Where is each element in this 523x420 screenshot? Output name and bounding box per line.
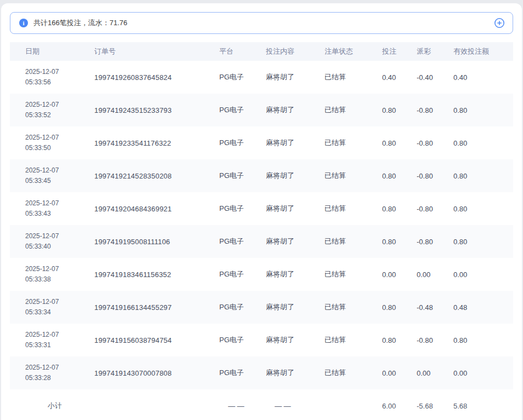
cell-order-number: 1997419233541176322 bbox=[94, 139, 219, 147]
cell-payout: -0.80 bbox=[417, 172, 453, 180]
cell-date: 2025-12-07 05:33:38 bbox=[25, 264, 94, 285]
cell-platform: PG电子 bbox=[219, 72, 266, 82]
col-header-platform: 平台 bbox=[219, 47, 266, 56]
col-header-bet: 投注 bbox=[382, 47, 417, 56]
table-body: 2025-12-07 05:33:56 1997419260837645824 … bbox=[10, 61, 513, 389]
cell-payout: -0.40 bbox=[417, 73, 453, 82]
cell-status: 已结算 bbox=[325, 269, 382, 279]
cell-status: 已结算 bbox=[325, 237, 382, 246]
summary-text: 共计166笔投注，流水：71.76 bbox=[33, 18, 494, 28]
cell-date: 2025-12-07 05:33:45 bbox=[25, 165, 94, 186]
cell-date: 2025-12-07 05:33:34 bbox=[25, 297, 94, 318]
subtotal-content-dash: — — bbox=[266, 402, 325, 410]
summary-banner: i 共计166笔投注，流水：71.76 bbox=[10, 12, 513, 34]
cell-valid-bet: 0.80 bbox=[453, 106, 508, 114]
table-footer: 小计 — — — — 6.00 -5.68 5.68 bbox=[10, 389, 513, 420]
cell-payout: -0.48 bbox=[417, 303, 453, 312]
content-panel: i 共计166笔投注，流水：71.76 日期 订单号 平台 投注内容 注单状态 … bbox=[1, 3, 522, 420]
cell-bet: 0.80 bbox=[382, 139, 417, 147]
cell-status: 已结算 bbox=[325, 171, 382, 181]
cell-valid-bet: 0.40 bbox=[453, 73, 508, 82]
cell-payout: 0.00 bbox=[417, 369, 453, 377]
cell-valid-bet: 0.80 bbox=[453, 238, 508, 246]
col-header-valid: 有效投注额 bbox=[453, 47, 508, 56]
table-row: 2025-12-07 05:33:50 1997419233541176322 … bbox=[10, 126, 513, 159]
table-row: 2025-12-07 05:33:38 1997419183461156352 … bbox=[10, 258, 513, 291]
cell-date: 2025-12-07 05:33:28 bbox=[25, 363, 94, 383]
circle-plus-icon[interactable] bbox=[494, 18, 505, 28]
cell-bet: 0.80 bbox=[382, 205, 417, 213]
table-row: 2025-12-07 05:33:34 1997419166134455297 … bbox=[10, 291, 513, 324]
cell-bet: 0.80 bbox=[382, 336, 417, 344]
cell-platform: PG电子 bbox=[219, 105, 266, 115]
cell-bet: 0.00 bbox=[382, 369, 417, 377]
cell-bet: 0.80 bbox=[382, 172, 417, 180]
col-header-content: 投注内容 bbox=[266, 47, 325, 56]
cell-status: 已结算 bbox=[325, 368, 382, 378]
cell-platform: PG电子 bbox=[219, 237, 266, 246]
cell-bet: 0.80 bbox=[382, 238, 417, 246]
cell-valid-bet: 0.00 bbox=[453, 271, 508, 279]
cell-valid-bet: 0.00 bbox=[453, 369, 508, 377]
cell-payout: 0.00 bbox=[417, 271, 453, 279]
cell-status: 已结算 bbox=[325, 138, 382, 148]
cell-platform: PG电子 bbox=[219, 204, 266, 214]
cell-bet: 0.40 bbox=[382, 73, 417, 82]
cell-valid-bet: 0.80 bbox=[453, 139, 508, 147]
cell-status: 已结算 bbox=[325, 204, 382, 214]
cell-bet: 0.00 bbox=[382, 271, 417, 279]
cell-payout: -0.80 bbox=[417, 106, 453, 114]
cell-order-number: 1997419243515233793 bbox=[94, 106, 219, 114]
col-header-payout: 派彩 bbox=[417, 47, 453, 56]
table-row: 2025-12-07 05:33:56 1997419260837645824 … bbox=[10, 61, 513, 94]
col-header-order: 订单号 bbox=[94, 47, 219, 56]
cell-order-number: 1997419214528350208 bbox=[94, 172, 219, 180]
cell-bet: 0.80 bbox=[382, 106, 417, 114]
cell-payout: -0.80 bbox=[417, 205, 453, 213]
info-icon: i bbox=[19, 19, 28, 27]
cell-order-number: 1997419195008111106 bbox=[94, 238, 219, 246]
cell-payout: -0.80 bbox=[417, 336, 453, 344]
cell-status: 已结算 bbox=[325, 335, 382, 345]
col-header-date: 日期 bbox=[25, 47, 94, 56]
cell-content: 麻将胡了 bbox=[266, 105, 325, 115]
cell-platform: PG电子 bbox=[219, 171, 266, 181]
cell-content: 麻将胡了 bbox=[266, 204, 325, 214]
bets-table: 日期 订单号 平台 投注内容 注单状态 投注 派彩 有效投注额 2025-12-… bbox=[10, 42, 513, 420]
subtotal-payout: -5.68 bbox=[417, 402, 453, 410]
cell-order-number: 1997419143070007808 bbox=[94, 369, 219, 377]
table-row: 2025-12-07 05:33:28 1997419143070007808 … bbox=[10, 356, 513, 389]
cell-date: 2025-12-07 05:33:31 bbox=[25, 330, 94, 350]
cell-platform: PG电子 bbox=[219, 138, 266, 148]
cell-platform: PG电子 bbox=[219, 368, 266, 378]
cell-valid-bet: 0.80 bbox=[453, 336, 508, 344]
cell-content: 麻将胡了 bbox=[266, 269, 325, 279]
cell-content: 麻将胡了 bbox=[266, 138, 325, 148]
cell-date: 2025-12-07 05:33:40 bbox=[25, 231, 94, 252]
cell-content: 麻将胡了 bbox=[266, 72, 325, 82]
table-row: 2025-12-07 05:33:43 1997419204684369921 … bbox=[10, 192, 513, 225]
cell-date: 2025-12-07 05:33:52 bbox=[25, 100, 94, 120]
table-header-row: 日期 订单号 平台 投注内容 注单状态 投注 派彩 有效投注额 bbox=[10, 42, 513, 61]
cell-content: 麻将胡了 bbox=[266, 302, 325, 312]
col-header-status: 注单状态 bbox=[325, 47, 382, 56]
cell-order-number: 1997419183461156352 bbox=[94, 271, 219, 279]
cell-order-number: 1997419166134455297 bbox=[94, 303, 219, 312]
subtotal-bet: 6.00 bbox=[382, 402, 417, 410]
cell-content: 麻将胡了 bbox=[266, 237, 325, 246]
cell-platform: PG电子 bbox=[219, 302, 266, 312]
cell-date: 2025-12-07 05:33:56 bbox=[25, 67, 94, 88]
table-row: 2025-12-07 05:33:40 1997419195008111106 … bbox=[10, 225, 513, 258]
cell-order-number: 1997419260837645824 bbox=[94, 73, 219, 82]
table-row: 2025-12-07 05:33:31 1997419156038794754 … bbox=[10, 324, 513, 356]
subtotal-valid-bet: 5.68 bbox=[453, 402, 508, 410]
cell-content: 麻将胡了 bbox=[266, 335, 325, 345]
cell-date: 2025-12-07 05:33:43 bbox=[25, 198, 94, 219]
subtotal-label: 小计 bbox=[25, 401, 94, 411]
cell-order-number: 1997419204684369921 bbox=[94, 205, 219, 213]
cell-valid-bet: 0.48 bbox=[453, 303, 508, 312]
cell-content: 麻将胡了 bbox=[266, 368, 325, 378]
cell-date: 2025-12-07 05:33:50 bbox=[25, 133, 94, 153]
cell-content: 麻将胡了 bbox=[266, 171, 325, 181]
cell-status: 已结算 bbox=[325, 72, 382, 82]
